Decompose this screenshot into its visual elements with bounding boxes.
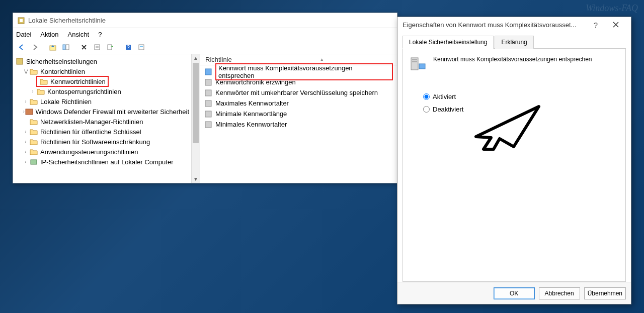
radio-aktiviert-input[interactable] [423,93,430,100]
titlebar: Lokale Sicherheitsrichtlinie [13,13,397,28]
ipsec-icon [29,157,38,166]
list-row[interactable]: Kennwörter mit umkehrbarer Verschlüsselu… [200,87,397,98]
sort-indicator-icon: ▲ [320,57,324,62]
tree-software-label: Richtlinien für Softwareeinschränkung [40,138,150,146]
svg-rect-17 [205,79,211,85]
firewall-icon [25,107,33,116]
folder-icon [29,67,38,76]
svg-rect-11 [139,45,144,50]
up-button[interactable] [47,42,58,53]
nav-back-button[interactable] [16,42,27,53]
delete-button[interactable] [78,42,90,53]
menu-hilfe[interactable]: ? [98,31,102,38]
uebernehmen-button[interactable]: Übernehmen [584,287,626,299]
svg-rect-3 [63,45,65,50]
watermark: Windows-FAQ [586,3,638,14]
tree-defender[interactable]: › Windows Defender Firewall mit erweiter… [13,107,191,117]
abbrechen-button[interactable]: Abbrechen [539,287,580,299]
policy-name-label: Kennwort muss Komplexitätsvoraussetzunge… [433,55,592,63]
radio-aktiviert-label: Aktiviert [433,93,456,100]
app-icon [17,17,25,25]
annotation-cursor-icon [468,101,544,152]
svg-rect-13 [17,58,23,64]
tree-kennwortrichtlinien[interactable]: Kennwortrichtlinien [13,76,191,86]
tree-scrollbar[interactable]: ▲ ▼ [191,54,200,183]
toolbar: ? [13,40,397,54]
menu-ansicht[interactable]: Ansicht [68,31,90,38]
tree-kennwort-label: Kennwortrichtlinien [50,78,106,85]
tree-kontosperr-label: Kontosperrungsrichtlinien [47,88,121,95]
scroll-down-icon[interactable]: ▼ [192,175,200,183]
properties-button[interactable] [92,42,103,53]
list-item-label: Kennwortchronik erzwingen [215,78,296,86]
expander-closed-icon[interactable]: › [29,89,36,94]
radio-deaktiviert-input[interactable] [423,106,430,113]
tab-content: Kennwort muss Komplexitätsvoraussetzunge… [403,49,626,282]
policy-icon [204,121,212,129]
svg-rect-20 [205,111,211,117]
list-row[interactable]: Minimale Kennwortlänge [200,109,397,119]
tree-anwendung[interactable]: › Anwendungssteuerungsrichtlinien [13,147,191,157]
menu-aktion[interactable]: Aktion [40,31,58,38]
tree-ipsicherheit[interactable]: › IP-Sicherheitsrichtlinien auf Lokaler … [13,157,191,167]
radio-deaktiviert-label: Deaktiviert [433,106,463,113]
scroll-thumb[interactable] [193,63,199,143]
svg-rect-16 [205,69,211,75]
svg-rect-4 [66,45,69,50]
dialog-close-button[interactable] [606,18,626,31]
svg-text:?: ? [127,45,130,50]
show-hide-tree-button[interactable] [60,42,71,53]
expander-open-icon[interactable]: ⋁ [22,69,29,74]
list-item-label: Kennwörter mit umkehrbarer Verschlüsselu… [215,89,378,96]
tree-oeffentliche[interactable]: › Richtlinien für öffentliche Schlüssel [13,127,191,137]
list-item-label: Maximales Kennwortalter [215,99,289,107]
radio-aktiviert[interactable]: Aktiviert [423,93,619,100]
tree-pane: Sicherheitseinstellungen ⋁ Kontorichtlin… [13,54,200,183]
tree-kontorichtlinien[interactable]: ⋁ Kontorichtlinien [13,66,191,76]
dialog-help-button[interactable]: ? [586,18,606,31]
expander-closed-icon[interactable]: › [22,149,29,154]
menu-datei[interactable]: Datei [16,31,31,38]
policy-icon [204,110,212,118]
list-row[interactable]: Minimales Kennwortalter [200,119,397,130]
folder-icon [36,87,45,96]
svg-rect-18 [205,90,211,96]
tab-erklaerung[interactable]: Erklärung [495,36,533,49]
folder-icon [39,77,48,86]
list-row-selected[interactable]: Kennwort muss Komplexitätsvoraussetzunge… [200,66,397,77]
folder-icon [29,147,38,156]
tree-kontosperrung[interactable]: › Kontosperrungsrichtlinien [13,86,191,96]
folder-icon [29,127,38,136]
nav-forward-button[interactable] [29,42,40,53]
tree-software[interactable]: › Richtlinien für Softwareeinschränkung [13,137,191,147]
tree-oeff-label: Richtlinien für öffentliche Schlüssel [40,128,141,136]
main-window: Lokale Sicherheitsrichtlinie Datei Aktio… [13,13,397,183]
svg-rect-21 [205,122,211,128]
list-pane: Richtlinie ▲ Kennwort muss Komplexitätsv… [200,54,397,183]
tab-lokale[interactable]: Lokale Sicherheitseinstellung [403,36,494,49]
svg-rect-23 [419,64,425,69]
svg-rect-25 [412,61,417,62]
help-button[interactable]: ? [123,42,134,53]
list-row[interactable]: Maximales Kennwortalter [200,98,397,109]
expander-closed-icon[interactable]: › [22,139,29,144]
properties-dialog: Eigenschaften von Kennwort muss Komplexi… [397,17,631,304]
svg-rect-24 [412,59,417,60]
tree-lokale[interactable]: › Lokale Richtlinien [13,96,191,107]
scroll-up-icon[interactable]: ▲ [192,54,200,62]
ok-button[interactable]: OK [494,287,535,299]
expander-closed-icon[interactable]: › [22,129,29,134]
menubar: Datei Aktion Ansicht ? [13,28,397,40]
list-item-label: Minimales Kennwortalter [215,121,287,128]
refresh-button[interactable] [136,42,147,53]
window-title: Lokale Sicherheitsrichtlinie [28,17,106,24]
dialog-title: Eigenschaften von Kennwort muss Komplexi… [403,21,586,29]
expander-closed-icon[interactable]: › [22,159,29,164]
dialog-tabs: Lokale Sicherheitseinstellung Erklärung [403,35,626,49]
tree-root[interactable]: Sicherheitseinstellungen [13,56,191,66]
expander-closed-icon[interactable]: › [22,99,29,104]
tree-root-label: Sicherheitseinstellungen [26,58,97,65]
policy-icon [204,78,212,86]
export-button[interactable] [105,42,116,53]
tree-netzwerk[interactable]: Netzwerklisten-Manager-Richtlinien [13,117,191,127]
